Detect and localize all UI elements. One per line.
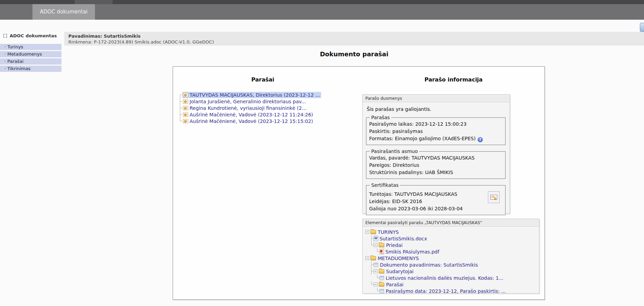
- signature-info-heading: Parašo informacija: [362, 76, 545, 83]
- signer-position: Pareigos: Direktorius: [369, 162, 502, 169]
- tree-label[interactable]: Parašai: [386, 282, 404, 287]
- signature-label[interactable]: TAUTVYDAS MACIJAUSKAS, Direktorius (2023…: [190, 92, 320, 98]
- tree-label[interactable]: Smikis PAsiulymas.pdf: [385, 249, 439, 255]
- tree-row[interactable]: Sudarytojai: [363, 268, 539, 275]
- signed-elements-panel-title: Elementai pasirašyti parašu „TAUTVYDAS M…: [363, 219, 539, 227]
- signature-certificate-icon: [183, 113, 188, 117]
- collapse-minus-icon[interactable]: [365, 256, 369, 260]
- sidebar-item-tikrinimas[interactable]: Tikrinimas: [0, 66, 61, 72]
- tree-row[interactable]: Parašai: [363, 281, 539, 288]
- signature-label[interactable]: Aušrinė Mačėnienė, Vadovė (2023-12-12 11…: [190, 112, 313, 117]
- tree-connector: [178, 98, 182, 105]
- collapse-icon[interactable]: [3, 34, 7, 38]
- tree-row[interactable]: SutartisSmikis.docx: [363, 235, 539, 242]
- tree-label[interactable]: Pasirašymo data: 2023-12-12, Parašo pask…: [386, 288, 506, 294]
- tree-row[interactable]: TURINYS: [363, 229, 539, 235]
- tree-connector: [178, 105, 182, 111]
- metadata-item-icon: [379, 289, 384, 293]
- signature-row[interactable]: Regina Kundrotienė, vyriausioji finansin…: [178, 105, 321, 111]
- signatures-main-panel: Parašai Parašo informacija TAUTVYDAS MAC…: [173, 66, 545, 300]
- view-certificate-button[interactable]: [488, 191, 500, 203]
- screen: ADOC dokumentai ADOC dokumentas Turinys …: [0, 0, 644, 306]
- tree-label[interactable]: Dokumento pavadinimas: SutartisSmikis: [380, 262, 478, 268]
- signature-row[interactable]: Aušrinė Mačėnienė, Vadovė (2023-12-12 11…: [178, 111, 321, 118]
- tree-label[interactable]: Priedai: [386, 242, 403, 248]
- tree-label[interactable]: METADUOMENYS: [378, 256, 419, 261]
- tree-row[interactable]: Smikis PAsiulymas.pdf: [363, 248, 539, 255]
- sidebar-title: ADOC dokumentas: [10, 33, 57, 38]
- signature-row[interactable]: Aušrinė Mačėnienė, Vadovė (2023-12-12 15…: [178, 118, 321, 124]
- top-strip: [0, 20, 644, 31]
- signature-format-text: Formatas: Einamojo galiojimo (XAdES-EPES…: [369, 136, 475, 141]
- signing-time: Pasirašymo laikas: 2023-12-12 15:00:23: [369, 121, 502, 128]
- tree-label[interactable]: TURINYS: [378, 229, 399, 235]
- top-window-bar: [0, 0, 644, 4]
- signature-certificate-icon: [183, 119, 188, 123]
- certificate-icon: [490, 195, 497, 200]
- signature-data-panel: Parašo duomenys Šis parašas yra galiojan…: [362, 94, 510, 214]
- panel-edge-icon[interactable]: [640, 23, 644, 32]
- tree-row[interactable]: METADUOMENYS: [363, 255, 539, 261]
- signature-row[interactable]: Jolanta Jurašienė, Generalinio direktori…: [178, 98, 321, 105]
- sidebar-header: ADOC dokumentas: [0, 32, 64, 39]
- tree-connector: [375, 248, 379, 255]
- document-title: Pavadinimas: SutartisSmikis: [68, 33, 640, 39]
- fieldset-sertifikatas-legend: Sertifikatas: [370, 182, 400, 188]
- signing-purpose: Paskirtis: pasirašymas: [369, 128, 502, 135]
- folder-icon: [379, 283, 384, 287]
- signature-row[interactable]: TAUTVYDAS MACIJAUSKAS, Direktorius (2023…: [178, 92, 321, 98]
- tree-connector: [375, 275, 379, 281]
- folder-icon: [379, 269, 384, 274]
- tree-row[interactable]: Pasirašymo data: 2023-12-12, Parašo pask…: [363, 288, 539, 294]
- signatures-heading: Parašai: [173, 76, 353, 83]
- metadata-item-icon: [374, 263, 378, 267]
- tree-connector: [375, 288, 379, 294]
- folder-icon: [379, 243, 384, 247]
- help-icon[interactable]: ?: [478, 137, 483, 142]
- document-file: Rinkmena: P-172-2023(4.89) Smikis.adoc (…: [68, 39, 640, 45]
- pdf-document-icon: [379, 249, 384, 254]
- sidebar-menu: Turinys Metaduomenys Parašai Tikrinimas: [0, 44, 61, 73]
- word-document-icon: [374, 236, 378, 241]
- tree-connector: [369, 235, 374, 242]
- tree-label[interactable]: Sudarytojai: [386, 269, 414, 274]
- fieldset-pasirasantis-asmuo: Pasirašantis asmuo Vardas, pavardė: TAUT…: [366, 149, 506, 179]
- tree-connector: [178, 111, 182, 118]
- page-title: Dokumento parašai: [64, 50, 644, 58]
- collapse-minus-icon[interactable]: [365, 230, 369, 234]
- certificate-holder: Turėtojas: TAUTVYDAS MACIJAUSKAS: [369, 191, 502, 198]
- fieldset-sertifikatas: Sertifikatas Turėtojas: TAUTVYDAS MACIJA…: [366, 182, 506, 215]
- signatures-tree: TAUTVYDAS MACIJAUSKAS, Direktorius (2023…: [178, 92, 321, 124]
- top-bar-segment: [75, 0, 113, 4]
- signature-certificate-icon: [183, 99, 188, 104]
- tree-label[interactable]: SutartisSmikis.docx: [379, 236, 427, 241]
- tree-row[interactable]: Dokumento pavadinimas: SutartisSmikis: [363, 261, 539, 268]
- sidebar-item-metaduomenys[interactable]: Metaduomenys: [0, 51, 61, 57]
- tree-connector: [178, 118, 182, 124]
- fieldset-asmuo-legend: Pasirašantis asmuo: [370, 149, 419, 154]
- signed-elements-tree: TURINYS SutartisSmikis.docx Priedai Smi: [363, 227, 539, 294]
- tree-row[interactable]: Lietuvos nacionalinis dailės muziejus. K…: [363, 275, 539, 281]
- signature-label[interactable]: Jolanta Jurašienė, Generalinio direktori…: [190, 99, 306, 104]
- tree-label[interactable]: Lietuvos nacionalinis dailės muziejus. K…: [386, 275, 503, 281]
- tree-connector: [369, 281, 374, 288]
- signature-label[interactable]: Regina Kundrotienė, vyriausioji finansin…: [190, 105, 306, 111]
- certificate-issuer: Leidėjas: EID-SK 2016: [369, 198, 502, 205]
- document-header: Pavadinimas: SutartisSmikis Rinkmena: P-…: [64, 32, 644, 46]
- tree-connector: [178, 92, 182, 98]
- tree-connector: [369, 261, 374, 268]
- sidebar-item-parasai[interactable]: Parašai: [0, 58, 61, 65]
- collapse-minus-icon[interactable]: [374, 243, 377, 247]
- collapse-minus-icon[interactable]: [374, 269, 377, 273]
- sidebar-item-turinys[interactable]: Turinys: [0, 44, 61, 50]
- signature-label[interactable]: Aušrinė Mačėnienė, Vadovė (2023-12-12 15…: [190, 118, 313, 124]
- tree-connector: [369, 242, 374, 248]
- tab-adoc-dokumentai[interactable]: ADOC dokumentai: [32, 4, 95, 20]
- tree-row[interactable]: Priedai: [363, 242, 539, 248]
- signer-unit: Struktūrinis padalinys: UAB ŠMIKIS: [369, 169, 502, 176]
- signature-selected-highlight[interactable]: TAUTVYDAS MACIJAUSKAS, Direktorius (2023…: [182, 92, 321, 98]
- signature-data-panel-title: Parašo duomenys: [363, 95, 510, 102]
- collapse-minus-icon[interactable]: [374, 283, 377, 286]
- signature-format: Formatas: Einamojo galiojimo (XAdES-EPES…: [369, 135, 502, 142]
- signature-certificate-icon: [183, 106, 188, 110]
